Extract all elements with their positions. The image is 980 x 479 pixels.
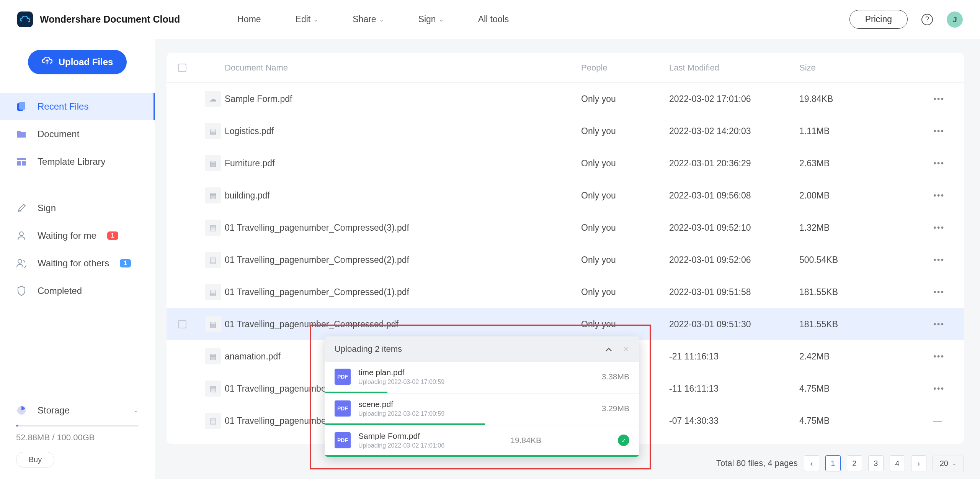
row-menu-icon[interactable]: ••• [933,190,952,200]
table-row[interactable]: ▤ 01 Travelling_pagenumber_Compressed(1)… [167,276,964,308]
svg-rect-2 [17,158,26,160]
sidebar-item-sign[interactable]: Sign [0,194,155,222]
row-checkbox[interactable] [178,320,186,328]
file-people: Only you [581,94,669,104]
close-icon[interactable]: ✕ [623,344,629,354]
collapse-icon[interactable] [605,345,612,354]
storage-toggle[interactable]: Storage ⌄ [16,405,139,416]
col-modified[interactable]: Last Modified [669,63,799,73]
file-size: 181.55KB [799,287,933,297]
svg-point-6 [18,259,22,263]
file-name: 01 Travelling_pagenumber_Compressed(2).p… [225,255,581,265]
storage-section: Storage ⌄ 52.88MB / 100.00GB Buy [0,394,155,479]
upload-file-size: 3.38MB [602,372,629,381]
sidebar-item-recent[interactable]: Recent Files [0,93,155,120]
row-menu-icon[interactable]: ••• [933,319,952,329]
row-menu-icon[interactable]: ••• [933,126,952,136]
file-modified: -21 11:16:13 [669,351,799,362]
row-menu-icon[interactable]: ••• [933,287,952,297]
table-row[interactable]: ☁ Sample Form.pdf Only you 2022-03-02 17… [167,83,964,115]
file-modified: 2022-03-01 20:36:29 [669,158,799,169]
table-row[interactable]: ▤ 01 Travelling_pagenumber_Compressed(2)… [167,244,964,276]
table-row[interactable]: ▤ building.pdf Only you 2022-03-01 09:56… [167,179,964,212]
pager-page[interactable]: 1 [825,455,841,471]
chevron-down-icon: ⌄ [379,16,384,23]
shield-check-icon [16,285,27,296]
help-icon[interactable]: ? [921,14,933,25]
file-size: 4.75MB [799,416,933,426]
col-people[interactable]: People [581,63,669,73]
svg-rect-1 [19,102,25,110]
svg-rect-3 [17,161,21,166]
table-row[interactable]: ▤ 01 Travelling_pagenumber_Compressed(3)… [167,212,964,244]
upload-panel-header: Uploading 2 items ✕ [325,336,639,362]
pager-prev[interactable]: ‹ [804,455,819,471]
upload-file-name: time plan.pdf [358,368,444,377]
row-menu-icon[interactable]: ••• [933,223,952,233]
file-size: 2.00MB [799,190,933,201]
file-modified: 2022-03-02 17:01:06 [669,94,799,104]
file-name: 01 Travelling_pagenumber_Compressed(1).p… [225,287,581,297]
row-menu-icon[interactable]: ••• [933,94,952,104]
pager-next[interactable]: › [911,455,926,471]
pie-icon [16,405,27,416]
table-row[interactable]: ▤ Furniture.pdf Only you 2022-03-01 20:3… [167,147,964,179]
upload-item: PDF scene.pdf Uploading 2022-03-02 17:00… [325,394,639,425]
row-menu-icon[interactable]: ••• [933,158,952,168]
select-all-checkbox[interactable] [178,64,186,72]
pager-page[interactable]: 4 [890,455,905,471]
file-people: Only you [581,126,669,136]
col-size[interactable]: Size [799,63,933,73]
nav-tools[interactable]: All tools [478,14,509,25]
file-thumbnail-icon: ▤ [205,348,221,364]
pager-size[interactable]: 20⌄ [933,456,964,471]
row-menu-icon[interactable]: ••• [933,255,952,265]
file-size: 2.63MB [799,158,933,169]
brand-text: Wondershare Document Cloud [40,14,180,25]
sidebar-item-templates[interactable]: Template Library [0,148,155,176]
row-menu-icon[interactable]: ••• [933,351,952,361]
nav-home[interactable]: Home [237,14,261,25]
nav-edit[interactable]: Edit⌄ [296,14,318,25]
file-thumbnail-icon: ▤ [205,252,221,268]
pager-page[interactable]: 3 [868,455,884,471]
row-menu-icon[interactable]: ••• [933,384,952,394]
file-thumbnail-icon: ▤ [205,220,221,236]
file-modified: 2022-03-01 09:56:08 [669,190,799,201]
chevron-down-icon: ⌄ [314,16,318,23]
storage-text: 52.88MB / 100.00GB [16,433,139,443]
sidebar-item-waiting-me[interactable]: Waiting for me 1 [0,222,155,249]
file-size: 1.11MB [799,126,933,136]
file-modified: -07 14:30:33 [669,416,799,426]
table-row[interactable]: ▤ 01 Travelling_pagenumber_Compressed.pd… [167,308,964,340]
nav-share[interactable]: Share⌄ [353,14,384,25]
cloud-upload-icon [42,57,52,67]
buy-button[interactable]: Buy [16,452,54,468]
sidebar-item-completed[interactable]: Completed [0,277,155,305]
upload-file-size: 3.29MB [602,404,629,413]
progress-bar [325,455,639,457]
sidebar-item-waiting-others[interactable]: Waiting for others 1 [0,249,155,277]
chevron-down-icon: ⌄ [952,460,957,466]
file-size: 4.75MB [799,384,933,394]
row-menu-icon[interactable]: — [933,416,952,426]
pdf-icon: PDF [335,400,351,417]
badge: 1 [107,231,118,240]
file-name: Furniture.pdf [225,158,581,169]
nav-sign[interactable]: Sign⌄ [418,14,444,25]
col-name[interactable]: Document Name [225,63,581,73]
user-icon [16,230,27,241]
brand-logo-icon [17,11,33,27]
file-thumbnail-icon: ▤ [205,123,221,139]
avatar[interactable]: J [947,11,963,28]
file-people: Only you [581,158,669,169]
pager-page[interactable]: 2 [847,455,862,471]
pager-summary: Total 80 files, 4 pages [716,458,798,468]
file-thumbnail-icon: ▤ [205,155,221,171]
pricing-button[interactable]: Pricing [849,10,908,29]
table-header: Document Name People Last Modified Size [167,53,964,83]
top-nav: Wondershare Document Cloud Home Edit⌄ Sh… [0,0,980,39]
sidebar-item-document[interactable]: Document [0,120,155,148]
upload-files-button[interactable]: Upload Files [28,50,127,74]
table-row[interactable]: ▤ Logistics.pdf Only you 2022-03-02 14:2… [167,115,964,147]
